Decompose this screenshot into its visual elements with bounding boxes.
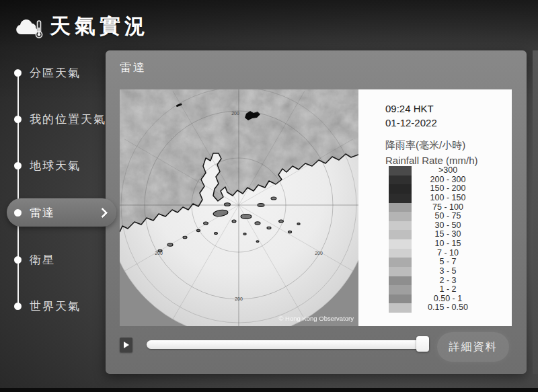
legend-color-swatch	[389, 184, 412, 194]
legend-range-label: 100 - 150	[416, 194, 480, 203]
legend-color-swatch	[389, 249, 412, 258]
sidebar-item-3[interactable]: 地球天氣	[0, 151, 118, 180]
legend-color-swatch	[389, 175, 412, 185]
legend-row: 75 - 100	[389, 203, 503, 212]
legend-row: 100 - 150	[389, 194, 503, 203]
sidebar-item-1[interactable]: 分區天氣	[0, 58, 118, 87]
legend-color-swatch	[389, 276, 412, 286]
legend-row: 50 - 75	[389, 212, 503, 221]
details-button[interactable]: 詳細資料	[437, 332, 509, 362]
legend-range-label: 30 - 50	[416, 221, 480, 231]
sidebar-item-label: 衛星	[30, 245, 55, 274]
legend-range-label: 1 - 2	[416, 285, 480, 295]
legend-panel: 09:24 HKT 01-12-2022 降雨率(毫米/小時) Rainfall…	[358, 89, 512, 326]
app-header: 天氣實況	[0, 0, 538, 48]
legend-row: 0.15 - 0.50	[389, 303, 503, 313]
legend-color-swatch	[389, 203, 412, 212]
sidebar-item-label: 世界天氣	[30, 291, 81, 321]
legend-range-label: 50 - 75	[416, 212, 480, 221]
play-icon	[124, 342, 129, 348]
legend-range-label: 0.50 - 1	[416, 295, 480, 304]
legend-color-swatch	[389, 258, 412, 267]
legend-color-swatch	[389, 303, 412, 313]
next-card-edge	[533, 50, 538, 374]
nav-bullet-dot	[14, 256, 22, 264]
rainfall-legend: >300 200 - 300 150 - 200 100 - 150 75 - …	[389, 166, 503, 313]
legend-row: 5 - 7	[389, 258, 503, 267]
legend-row: 2 - 3	[389, 276, 503, 286]
sidebar-item-5[interactable]: 衛星	[0, 245, 118, 274]
sidebar-item-6[interactable]: 世界天氣	[0, 291, 118, 321]
legend-color-swatch	[389, 221, 412, 231]
legend-row: 3 - 5	[389, 267, 503, 276]
time-slider-track[interactable]	[147, 340, 429, 349]
ring-label: 200	[231, 111, 239, 116]
legend-range-label: 5 - 7	[416, 258, 480, 267]
time-slider-thumb[interactable]	[416, 336, 429, 352]
legend-range-label: 0.15 - 0.50	[416, 303, 480, 313]
ring-label: 200	[155, 251, 163, 256]
ring-label: 200	[235, 297, 243, 301]
legend-row: 30 - 50	[389, 221, 503, 231]
sidebar-item-label: 地球天氣	[30, 151, 81, 180]
ring-label: 200	[315, 251, 323, 256]
app-title: 天氣實況	[50, 12, 149, 40]
legend-titles: 降雨率(毫米/小時) Rainfall Rate (mm/h)	[385, 137, 478, 168]
panel-title: 雷達	[120, 60, 147, 75]
legend-range-label: 75 - 100	[416, 203, 480, 212]
legend-color-swatch	[389, 295, 412, 304]
nav-bullet-dot	[14, 69, 22, 77]
legend-row: 0.50 - 1	[389, 295, 503, 304]
sidebar-item-label: 我的位置天氣	[30, 104, 106, 134]
legend-color-swatch	[389, 212, 412, 221]
legend-row: 200 - 300	[389, 175, 503, 185]
legend-range-label: 15 - 30	[416, 230, 480, 239]
nav-bullet-dot	[14, 162, 22, 169]
legend-range-label: 7 - 10	[416, 249, 480, 258]
legend-range-label: 150 - 200	[416, 184, 480, 194]
sidebar-item-label: 分區天氣	[30, 58, 81, 87]
observation-time: 09:24 HKT 01-12-2022	[385, 102, 437, 130]
legend-color-swatch	[389, 285, 412, 295]
nav-bullet-dot	[14, 303, 22, 310]
app-screen: 天氣實況 分區天氣 我的位置天氣 地球天氣 雷達	[0, 0, 538, 392]
legend-row: >300	[389, 166, 503, 175]
legend-range-label: 200 - 300	[416, 175, 480, 185]
bottom-edge-bar	[0, 388, 538, 392]
radar-map-image: 200 200 200 200 © Hong Kong Observatory	[120, 89, 358, 326]
sidebar-item-4[interactable]: 雷達	[0, 198, 118, 227]
legend-range-label: >300	[416, 166, 480, 175]
observation-time-hkt: 09:24 HKT	[385, 102, 437, 116]
legend-color-swatch	[389, 194, 412, 203]
legend-range-label: 3 - 5	[416, 267, 480, 276]
legend-row: 7 - 10	[389, 249, 503, 258]
legend-color-swatch	[389, 239, 412, 249]
legend-range-label: 2 - 3	[416, 276, 480, 286]
legend-color-swatch	[389, 166, 412, 175]
legend-color-swatch	[389, 230, 412, 239]
legend-color-swatch	[389, 267, 412, 276]
observation-date: 01-12-2022	[385, 116, 437, 130]
legend-row: 15 - 30	[389, 230, 503, 239]
nav-bullet-dot	[14, 209, 22, 217]
cloud-thermometer-icon	[14, 15, 46, 40]
legend-row: 10 - 15	[389, 239, 503, 249]
play-button[interactable]	[120, 338, 132, 352]
nav-bullet-dot	[14, 116, 22, 123]
legend-row: 150 - 200	[389, 184, 503, 194]
copyright-text: © Hong Kong Observatory	[278, 315, 354, 322]
sidebar-item-label: 雷達	[30, 198, 55, 227]
legend-title-zh: 降雨率(毫米/小時)	[385, 137, 478, 153]
legend-row: 1 - 2	[389, 285, 503, 295]
legend-range-label: 10 - 15	[416, 239, 480, 249]
sidebar-item-2[interactable]: 我的位置天氣	[0, 104, 118, 134]
